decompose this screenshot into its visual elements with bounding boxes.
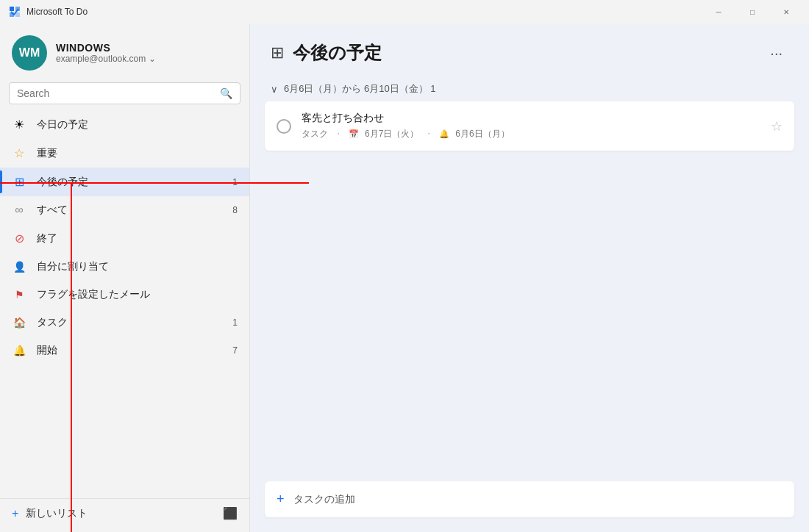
sidebar-item-label: 開始 [37, 344, 215, 357]
sidebar-item-today[interactable]: ☀ 今日の予定 [0, 110, 249, 139]
sidebar-item-assigned[interactable]: 👤 自分に割り当て [0, 253, 249, 281]
bell-icon: 🔔 [12, 345, 26, 356]
sidebar-item-label: すべて [37, 204, 215, 217]
sidebar-item-label: 自分に割り当て [37, 260, 215, 273]
sidebar-item-start[interactable]: 🔔 開始 7 [0, 337, 249, 364]
task-due-date: 6月7日（火） [365, 128, 418, 140]
person-icon: 👤 [12, 261, 26, 273]
sidebar-item-badge: 8 [226, 205, 238, 215]
sidebar-item-completed[interactable]: ⊘ 終了 [0, 224, 249, 253]
new-list-label: 新しいリスト [26, 507, 88, 520]
task-meta-text: タスク [302, 128, 328, 140]
infinity-icon: ∞ [12, 204, 26, 217]
sidebar-item-badge: 1 [226, 317, 238, 328]
avatar: WM [12, 35, 47, 71]
app-body: WM WINDOWS example@outlook.com ⌄ 🔍 ☀ 今日の… [0, 24, 809, 532]
meta-separator-2: ・ [424, 128, 433, 140]
task-title: 客先と打ち合わせ [302, 112, 760, 125]
sun-icon: ☀ [12, 118, 26, 132]
sidebar-item-label: 今日の予定 [37, 118, 215, 132]
add-task-bar[interactable]: + タスクの追加 [265, 481, 794, 517]
sidebar-item-label: フラグを設定したメール [37, 288, 215, 301]
bell-icon-small: 🔔 [439, 129, 449, 139]
sidebar-item-flagged[interactable]: ⚑ フラグを設定したメール [0, 281, 249, 309]
search-box[interactable]: 🔍 [9, 82, 240, 104]
sidebar-item-tasks[interactable]: 🏠 タスク 1 [0, 309, 249, 337]
title-bar: Microsoft To Do ─ □ ✕ [0, 0, 809, 24]
minimize-button[interactable]: ─ [702, 0, 735, 24]
task-meta: タスク ・ 📅 6月7日（火） ・ 🔔 6月6日（月） [302, 128, 760, 140]
maximize-button[interactable]: □ [735, 0, 769, 24]
flag-icon: ⚑ [12, 289, 26, 301]
title-bar-left: Microsoft To Do [9, 6, 88, 18]
sidebar-item-all[interactable]: ∞ すべて 8 [0, 196, 249, 224]
user-name: WINDOWS [56, 42, 156, 54]
svg-rect-0 [10, 7, 14, 11]
user-email: example@outlook.com ⌄ [56, 54, 156, 64]
search-input[interactable] [17, 87, 214, 99]
sidebar-item-important[interactable]: ☆ 重要 [0, 139, 249, 168]
sidebar-bottom: + 新しいリスト ⬛ [0, 498, 249, 532]
task-star-button[interactable]: ☆ [771, 118, 783, 134]
main-title-area: ⊞ 今後の予定 [271, 41, 382, 65]
home-icon: 🏠 [12, 317, 26, 328]
meta-separator: ・ [334, 128, 343, 140]
export-list-button[interactable]: ⬛ [223, 506, 238, 520]
sidebar-item-planned[interactable]: ⊞ 今後の予定 1 [0, 168, 249, 196]
task-info: 客先と打ち合わせ タスク ・ 📅 6月7日（火） ・ 🔔 6月6日（月） [302, 112, 760, 140]
add-icon: + [277, 492, 285, 507]
calendar-icon: 📅 [349, 129, 359, 139]
main-header: ⊞ 今後の予定 ··· [250, 24, 809, 76]
app-title: Microsoft To Do [26, 7, 88, 17]
main-content: ⊞ 今後の予定 ··· ∨ 6月6日（月）から 6月10日（金） 1 客先と打ち… [250, 24, 809, 532]
user-info: WINDOWS example@outlook.com ⌄ [56, 42, 156, 64]
svg-rect-3 [15, 12, 20, 17]
new-list-button[interactable]: + 新しいリスト [12, 507, 88, 520]
export-icon: ⬛ [223, 507, 238, 520]
add-task-label: タスクの追加 [293, 493, 355, 506]
sidebar-item-label: タスク [37, 316, 215, 329]
sidebar-item-label: 終了 [37, 232, 215, 245]
chevron-icon: ∨ [271, 84, 278, 95]
search-icon: 🔍 [220, 87, 232, 99]
task-reminder: 6月6日（月） [455, 128, 509, 140]
task-complete-button[interactable] [277, 119, 291, 134]
star-icon: ☆ [12, 146, 26, 160]
nav-items: ☀ 今日の予定 ☆ 重要 ⊞ 今後の予定 1 ∞ すべて 8 [0, 110, 249, 498]
task-card[interactable]: 客先と打ち合わせ タスク ・ 📅 6月7日（火） ・ 🔔 6月6日（月） ☆ [265, 101, 794, 151]
planned-icon: ⊞ [271, 43, 284, 62]
sidebar-item-label: 今後の予定 [37, 176, 215, 189]
page-title: 今後の予定 [293, 41, 382, 65]
grid-icon: ⊞ [12, 175, 26, 189]
sidebar-item-label: 重要 [37, 147, 215, 160]
close-button[interactable]: ✕ [769, 0, 803, 24]
plus-icon: + [12, 507, 18, 520]
user-profile[interactable]: WM WINDOWS example@outlook.com ⌄ [0, 24, 249, 79]
more-options-button[interactable]: ··· [764, 42, 788, 65]
chevron-down-icon: ⌄ [149, 54, 156, 64]
sidebar-item-badge: 1 [226, 177, 238, 187]
window-controls: ─ □ ✕ [702, 0, 803, 24]
date-group-header[interactable]: ∨ 6月6日（月）から 6月10日（金） 1 [265, 76, 794, 101]
task-area: ∨ 6月6日（月）から 6月10日（金） 1 客先と打ち合わせ タスク ・ 📅 … [250, 76, 809, 475]
check-circle-icon: ⊘ [12, 231, 26, 245]
sidebar-item-badge: 7 [226, 345, 238, 356]
app-logo-icon [9, 6, 21, 18]
date-group-label: 6月6日（月）から 6月10日（金） 1 [284, 82, 436, 96]
sidebar: WM WINDOWS example@outlook.com ⌄ 🔍 ☀ 今日の… [0, 24, 250, 532]
